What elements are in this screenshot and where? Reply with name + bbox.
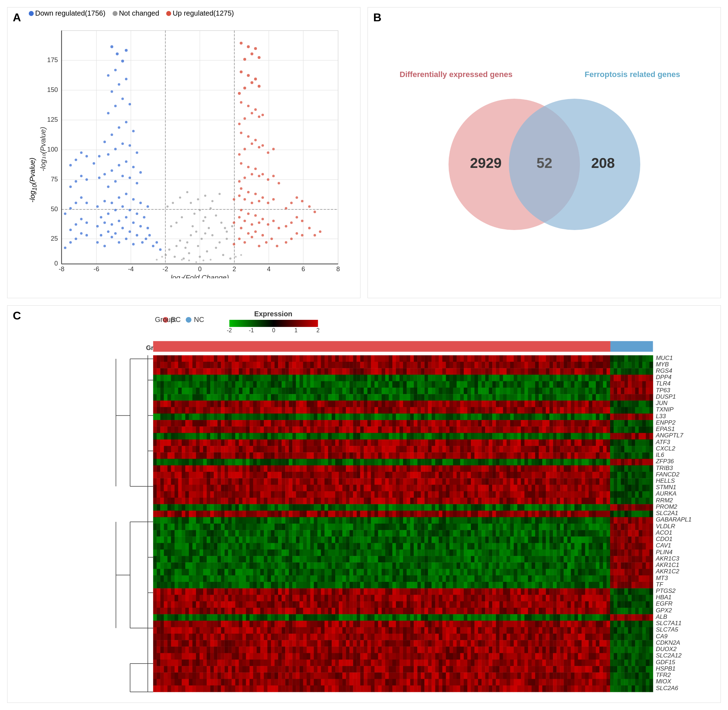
svg-rect-543 [385, 362, 389, 368]
svg-rect-5048 [474, 569, 478, 576]
svg-rect-1575 [571, 407, 575, 414]
svg-rect-7003 [457, 660, 461, 666]
svg-rect-2487 [328, 452, 332, 459]
svg-rect-732 [560, 368, 564, 375]
svg-rect-6140 [375, 621, 379, 627]
svg-rect-377 [292, 355, 296, 362]
svg-point-158 [69, 241, 72, 244]
svg-rect-5292 [346, 582, 350, 588]
svg-rect-7424 [460, 679, 464, 686]
svg-rect-4978 [225, 569, 228, 576]
svg-rect-1757 [221, 420, 225, 427]
svg-rect-4558 [225, 550, 228, 556]
svg-rect-5204 [531, 575, 536, 582]
svg-rect-1461 [164, 407, 167, 414]
svg-rect-3321 [307, 491, 311, 498]
svg-rect-3576 [217, 504, 221, 511]
svg-point-186 [261, 234, 264, 236]
svg-rect-2263 [528, 440, 532, 446]
svg-rect-5422 [310, 588, 314, 595]
svg-rect-4362 [524, 536, 528, 543]
svg-rect-4377 [578, 536, 582, 543]
svg-rect-1300 [589, 394, 593, 401]
svg-rect-5760 [517, 601, 521, 608]
svg-rect-3292 [203, 491, 207, 498]
svg-rect-6093 [207, 621, 211, 627]
svg-rect-6726 [467, 647, 471, 653]
svg-rect-1010 [553, 381, 557, 388]
svg-rect-2847 [614, 465, 618, 472]
svg-point-203 [251, 202, 253, 204]
svg-rect-5156 [360, 575, 364, 582]
svg-rect-6968 [332, 660, 336, 666]
svg-rect-1531 [414, 407, 418, 414]
svg-rect-4004 [246, 524, 250, 530]
svg-rect-6644 [175, 647, 179, 653]
svg-rect-3402 [596, 491, 600, 498]
svg-rect-2292 [631, 440, 635, 446]
svg-rect-6760 [589, 647, 593, 653]
svg-rect-4546 [182, 550, 186, 556]
svg-rect-6262 [310, 627, 314, 634]
svg-rect-1971 [485, 426, 489, 433]
svg-rect-7204 [175, 672, 179, 679]
svg-point-154 [110, 45, 113, 48]
svg-rect-3046 [324, 478, 329, 485]
svg-rect-6056 [575, 614, 578, 621]
svg-rect-3443 [242, 498, 247, 505]
svg-rect-1161 [592, 388, 596, 395]
svg-rect-5999 [371, 614, 375, 621]
svg-rect-2490 [339, 452, 343, 459]
svg-rect-6292 [417, 627, 421, 634]
svg-rect-6350 [624, 627, 628, 634]
svg-rect-1337 [221, 400, 225, 407]
svg-rect-2993 [635, 472, 639, 478]
svg-rect-4539 [157, 550, 160, 556]
svg-rect-4049 [407, 524, 411, 530]
svg-rect-736 [575, 368, 578, 375]
svg-rect-3412 [631, 491, 635, 498]
svg-rect-6190 [553, 621, 557, 627]
svg-rect-5536 [217, 595, 221, 601]
svg-rect-6667 [257, 647, 261, 653]
svg-rect-668 [332, 368, 336, 375]
svg-rect-1606 [182, 414, 186, 420]
svg-rect-5641 [592, 595, 596, 601]
svg-rect-1955 [428, 426, 432, 433]
svg-rect-2992 [631, 472, 635, 478]
svg-rect-598 [582, 362, 586, 368]
svg-rect-5035 [428, 569, 432, 576]
svg-rect-1663 [385, 414, 389, 420]
svg-rect-3591 [271, 504, 275, 511]
svg-rect-6313 [492, 627, 496, 634]
svg-rect-2443 [171, 452, 175, 459]
svg-rect-2007 [614, 426, 618, 433]
svg-rect-5268 [260, 582, 264, 588]
svg-rect-2355 [357, 446, 360, 453]
svg-rect-1552 [489, 407, 493, 414]
svg-rect-2874 [210, 472, 214, 478]
svg-rect-730 [553, 368, 557, 375]
svg-rect-3422 [167, 498, 171, 505]
svg-rect-1357 [292, 400, 296, 407]
svg-rect-3084 [460, 478, 464, 485]
svg-rect-5660 [160, 601, 164, 608]
svg-rect-4393 [635, 536, 639, 543]
svg-rect-5828 [260, 608, 264, 615]
svg-rect-2906 [324, 472, 329, 478]
svg-rect-6393 [278, 634, 282, 640]
svg-rect-6084 [175, 621, 179, 627]
svg-rect-1656 [360, 414, 364, 420]
svg-rect-6269 [335, 627, 339, 634]
svg-rect-2860 [160, 472, 164, 478]
svg-rect-2635 [357, 459, 360, 466]
svg-rect-590 [553, 362, 557, 368]
svg-rect-7602 [596, 685, 600, 692]
svg-rect-2507 [399, 452, 404, 459]
svg-rect-3788 [474, 510, 478, 517]
svg-rect-2353 [349, 446, 353, 453]
svg-rect-3865 [250, 517, 254, 524]
svg-rect-850 [481, 374, 486, 381]
svg-rect-3081 [449, 478, 454, 485]
svg-rect-563 [457, 362, 461, 368]
